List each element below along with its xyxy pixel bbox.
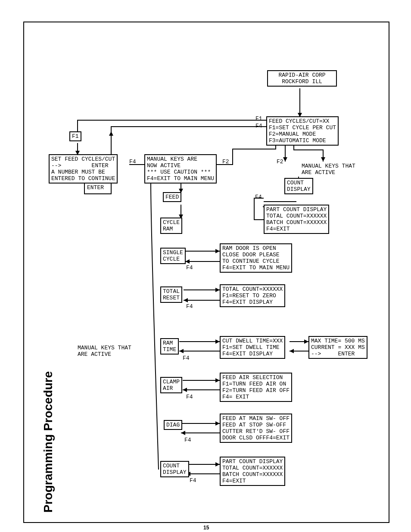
arrow-icon [183, 388, 187, 392]
box-max-time: MAX TIME= 500 MS CURRENT = XXX MS --> EN… [308, 336, 367, 359]
box-part-count-upper: PART COUNT DISPLAY TOTAL COUNT=XXXXXX BA… [264, 205, 329, 234]
label-f4-h: F4 [190, 477, 196, 484]
arrow-icon [290, 349, 294, 353]
label-f2a: F2 [222, 159, 229, 165]
label-f1: F1 [255, 115, 262, 122]
label-f2b: F2 [277, 159, 283, 165]
label-manual-active-top: MANUAL KEYS THAT ARE ACTIVE [302, 163, 355, 176]
box-main-menu: FEED CYCLES/CUT=XX F1=SET CYCLE PER CUT … [266, 116, 339, 146]
label-enter: ENTER [87, 184, 104, 191]
arrow-icon [304, 339, 308, 344]
arrow-icon [321, 157, 325, 162]
label-f4-d: F4 [186, 303, 193, 310]
box-total-reset: TOTAL RESET [160, 286, 182, 303]
arrow-icon [215, 249, 220, 253]
box-diag-out: FEED AT MAIN SW- OFF FEED AT STOP SW-OFF… [220, 414, 292, 443]
label-f4-f: F4 [186, 394, 193, 400]
box-cut-dwell: CUT DWELL TIME=XXX F1=SET DWELL TIME F4=… [220, 336, 285, 359]
box-f1: F1 [69, 131, 81, 141]
box-set-feed: SET FEED CYCLES/CUT --> ENTER A NUMBER M… [49, 154, 118, 184]
arrow-icon [185, 259, 190, 264]
arrow-icon [184, 298, 188, 302]
connector-lines [0, 0, 411, 532]
label-f4-left: F4 [129, 159, 136, 165]
arrow-icon [215, 421, 220, 426]
box-clamp-air: CLAMP AIR [160, 377, 182, 393]
label-f4-g: F4 [184, 437, 191, 443]
label-f4-b: F4 [255, 194, 262, 200]
box-manual-keys: MANUAL KEYS ARE NOW ACTIVE *** USE CAUTI… [144, 154, 217, 184]
box-feed: FEED [163, 192, 181, 202]
box-diag: DIAG [164, 420, 182, 430]
box-part-count-lower: PART COUNT DISPLAY TOTAL COUNT=XXXXXX BA… [220, 457, 285, 486]
page: RAPID-AIR CORP ROCKFORD ILL FEED CYCLES/… [0, 0, 411, 532]
page-title: Programming Procedure [41, 371, 55, 513]
arrow-icon [179, 349, 184, 353]
box-company: RAPID-AIR CORP ROCKFORD ILL [267, 70, 337, 87]
arrow-icon [109, 131, 113, 136]
box-single-cycle: SINGLE CYCLE [160, 248, 186, 264]
box-count-display-right: COUNT DISPLAY [284, 178, 313, 194]
label-f4-top: F4 [255, 123, 262, 129]
arrow-icon [215, 378, 220, 383]
page-number: 15 [203, 525, 209, 531]
arrow-icon [181, 431, 185, 435]
box-cycle-ram: CYCLE RAM [160, 218, 182, 234]
box-ram-time: RAM TIME [160, 338, 179, 355]
arrow-icon [283, 157, 287, 162]
label-manual-active-left: MANUAL KEYS THAT ARE ACTIVE [78, 345, 131, 358]
box-ram-door: RAM DOOR IS OPEN CLOSE DOOR PLEASE TO CO… [220, 243, 292, 273]
arrow-icon [215, 462, 220, 467]
arrow-icon [215, 288, 220, 292]
box-total-count: TOTAL COUNT=XXXXXX F1=RESET TO ZERO F4=E… [220, 284, 285, 307]
box-feed-air: FEED AIR SELECTION F1=TURN FEED AIR ON F… [220, 373, 292, 402]
box-count-display-left: COUNT DISPLAY [160, 461, 189, 477]
label-f4-e: F4 [183, 355, 190, 361]
label-f4-c: F4 [186, 264, 193, 271]
arrow-icon [215, 339, 220, 344]
